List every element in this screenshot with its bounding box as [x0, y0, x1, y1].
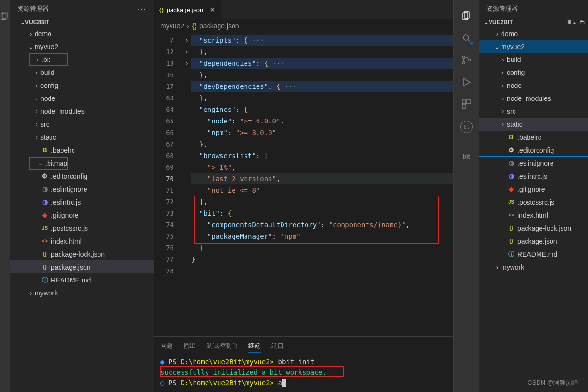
tab-label: package.json [167, 6, 204, 13]
new-file-icon[interactable]: 🗎₊ [567, 19, 576, 25]
term-prompt: PS [169, 379, 181, 387]
folder-item-build[interactable]: ›build [10, 66, 154, 79]
file-item--gitignore[interactable]: ◆.gitignore [479, 183, 588, 196]
file-item-package-lock-json[interactable]: {}package-lock.json [10, 247, 154, 260]
folder-item-node[interactable]: ›node [479, 79, 588, 92]
code-line: "dependencies": { ··· [191, 58, 453, 69]
files-icon[interactable] [461, 10, 472, 22]
tree-item-label: myvue2 [501, 43, 525, 50]
chevron-down-icon: ⌄ [20, 19, 25, 25]
folder-root[interactable]: ⌄ VUE2BIT [10, 17, 154, 27]
file-item--postcssrc-js[interactable]: JS.postcssrc.js [479, 196, 588, 208]
folder-item-myvue2[interactable]: ⌄myvue2 [10, 40, 154, 53]
folder-item--bit[interactable]: ›.bit [29, 53, 68, 66]
code-line: "not ie <= 8" [191, 184, 453, 196]
bit-label: bit [463, 153, 470, 160]
code-line: "scripts": { ··· [191, 35, 453, 46]
file-item--eslintrc-js[interactable]: ◑.eslintrc.js [479, 170, 588, 183]
file-item--babelrc[interactable]: B.babelrc [10, 144, 154, 157]
chevron-right-icon: › [33, 121, 40, 128]
file-item--postcssrc-js[interactable]: JS.postcssrc.js [10, 221, 154, 234]
line-number: 69 [154, 161, 174, 173]
file-item-package-json[interactable]: {}package.json [479, 234, 588, 247]
chevron-right-icon: › [493, 30, 501, 37]
folder-item-src[interactable]: ›src [10, 118, 154, 131]
new-folder-icon[interactable]: 🗀 [579, 19, 585, 25]
tree-item-label: .eslintrc.js [517, 172, 547, 180]
folder-item-mywork[interactable]: ›mywork [479, 260, 588, 273]
folder-item-node-modules[interactable]: ›node_modules [10, 105, 154, 118]
file-item--bitmap[interactable]: ≡.bitmap [29, 157, 68, 170]
folder-item-config[interactable]: ›config [10, 79, 154, 92]
extensions-icon[interactable] [461, 98, 472, 110]
file-item--eslintignore[interactable]: ◑.eslintignore [479, 157, 588, 170]
folder-item-node-modules[interactable]: ›node_modules [479, 92, 588, 105]
fold-icon[interactable]: › [183, 35, 191, 46]
bit-icon[interactable]: bit [460, 121, 473, 133]
file-item-index-html[interactable]: <>index.html [10, 234, 154, 247]
svg-marker-9 [464, 78, 470, 86]
terminal[interactable]: ● PS D:\home\vue2Bit\myvue2> bbit init s… [160, 356, 447, 388]
tree-item-label: .gitignore [517, 185, 545, 193]
folder-item-build[interactable]: ›build [479, 53, 588, 66]
tree-item-label: node [40, 95, 55, 102]
file-item-package-json[interactable]: {}package.json [10, 260, 154, 273]
folder-root-right[interactable]: ⌄ VUE2BIT 🗎₊ 🗀 [479, 17, 588, 27]
folder-item-demo[interactable]: ›demo [10, 27, 154, 40]
file-item-index-html[interactable]: <>index.html [479, 208, 588, 221]
folder-item-static[interactable]: ›static [479, 118, 588, 131]
folder-item-config[interactable]: ›config [479, 66, 588, 79]
json-icon: {} [159, 6, 164, 13]
folder-item-static[interactable]: ›static [10, 131, 154, 144]
term-prompt: PS [169, 358, 181, 366]
panel-tab-2[interactable]: 调试控制台 [207, 342, 238, 353]
tab-package-json[interactable]: {} package.json ✕ [154, 0, 221, 19]
svg-rect-2 [464, 12, 469, 18]
line-number: 78 [154, 265, 174, 277]
panel-tab-1[interactable]: 输出 [184, 342, 196, 353]
folder-item-node[interactable]: ›node [10, 92, 154, 105]
tree-item-label: .babelrc [51, 147, 75, 154]
files-icon[interactable] [0, 10, 11, 22]
folder-item-mywork[interactable]: ›mywork [10, 286, 154, 299]
panel-tab-4[interactable]: 端口 [271, 342, 284, 353]
more-icon[interactable]: ··· [138, 5, 146, 12]
folder-item-demo[interactable]: ›demo [479, 27, 588, 40]
panel-tab-0[interactable]: 问题 [160, 342, 173, 353]
fold-icon[interactable]: › [183, 46, 191, 58]
tree-item-label: mywork [35, 289, 58, 297]
file-item--editorconfig[interactable]: ⚙.editorconfig [10, 170, 154, 183]
breadcrumb[interactable]: myvue2 › {} package.json [154, 19, 453, 33]
line-number: 73 [154, 208, 174, 219]
file-item--gitignore[interactable]: ◆.gitignore [10, 208, 154, 221]
file-item--eslintrc-js[interactable]: ◑.eslintrc.js [10, 196, 154, 208]
file-icon: ◑ [40, 198, 49, 206]
file-item--eslintignore[interactable]: ◑.eslintignore [10, 183, 154, 196]
source-control-icon[interactable] [461, 54, 472, 66]
tree-item-label: .editorconfig [517, 147, 554, 154]
folder-item-myvue2[interactable]: ⌄myvue2 [479, 40, 588, 53]
file-icon: ⚙ [40, 172, 49, 180]
file-item--editorconfig[interactable]: ⚙.editorconfig [479, 144, 588, 157]
file-icon: {} [507, 225, 515, 231]
file-item-readme-md[interactable]: ⓘREADME.md [479, 247, 588, 260]
search-icon[interactable] [461, 32, 472, 44]
file-item-readme-md[interactable]: ⓘREADME.md [10, 273, 154, 286]
code-editor[interactable]: 7121316176364656667686970717273747576777… [154, 33, 453, 336]
chevron-right-icon: › [499, 95, 507, 102]
tree-item-label: .postcssrc.js [517, 198, 554, 206]
close-icon[interactable]: ✕ [210, 6, 215, 13]
line-number: 64 [154, 104, 174, 115]
panel-tab-3[interactable]: 终端 [248, 342, 261, 353]
tree-item-label: demo [501, 30, 518, 37]
file-item--babelrc[interactable]: B.babelrc [479, 131, 588, 144]
fold-icon[interactable]: › [183, 58, 191, 69]
folder-item-src[interactable]: ›src [479, 105, 588, 118]
panel-bottom: 问题输出调试控制台终端端口 ● PS D:\home\vue2Bit\myvue… [154, 336, 453, 392]
chevron-right-icon: › [187, 22, 189, 30]
run-debug-icon[interactable] [461, 76, 472, 88]
file-icon: ◑ [507, 159, 515, 167]
chevron-right-icon: › [499, 121, 507, 128]
file-item-package-lock-json[interactable]: {}package-lock.json [479, 221, 588, 234]
chevron-down-icon: ⌄ [484, 19, 489, 25]
